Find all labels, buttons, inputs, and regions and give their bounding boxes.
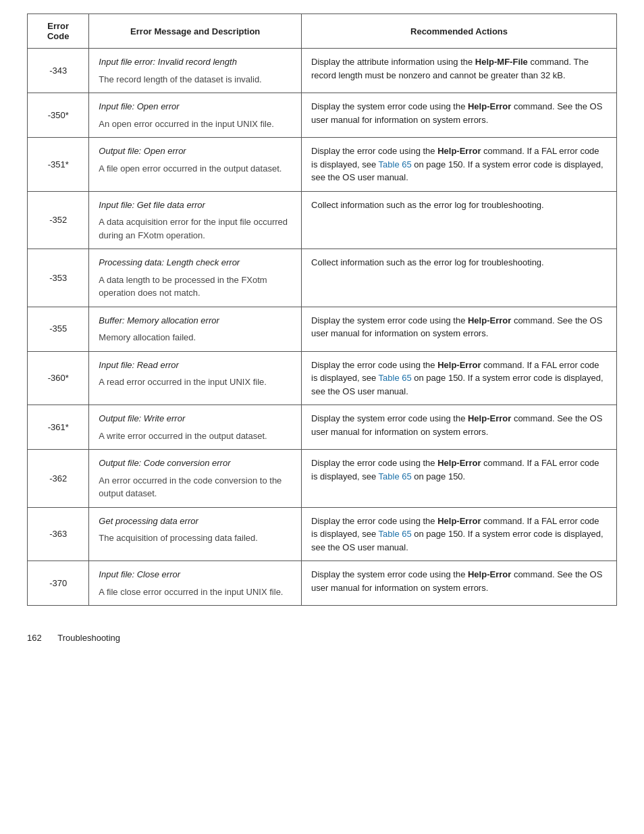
action-cell: Display the error code using the Help-Er… xyxy=(302,450,617,508)
description-cell: Output file: Write errorA write error oc… xyxy=(89,405,302,450)
row-title: Output file: Open error xyxy=(99,145,292,158)
header-error-code: Error Code xyxy=(28,14,89,49)
action-cell: Collect information such as the error lo… xyxy=(302,249,617,307)
action-cell: Display the error code using the Help-Er… xyxy=(302,351,617,405)
error-table: Error Code Error Message and Description… xyxy=(27,14,617,606)
row-body: An error occurred in the code conversion… xyxy=(99,474,292,500)
description-cell: Input file: Read errorA read error occur… xyxy=(89,351,302,405)
row-title: Output file: Code conversion error xyxy=(99,457,292,470)
row-title: Input file error: Invalid record length xyxy=(99,55,292,69)
error-code-cell: -352 xyxy=(28,191,89,249)
table-row: -370Input file: Close errorA file close … xyxy=(28,561,617,606)
row-body: A file close error occurred in the input… xyxy=(99,585,292,599)
table-row: -351*Output file: Open errorA file open … xyxy=(28,138,617,192)
row-body: A write error occurred in the output dat… xyxy=(99,429,292,443)
table-row: -363Get processing data errorThe acquisi… xyxy=(28,507,617,561)
row-title: Buffer: Memory allocation error xyxy=(99,314,292,328)
row-body: A data acquisition error for the input f… xyxy=(99,215,292,242)
error-code-cell: -360* xyxy=(28,351,89,405)
table-row: -362Output file: Code conversion errorAn… xyxy=(28,450,617,508)
row-body: A data length to be processed in the FXo… xyxy=(99,273,292,300)
footer: 162 Troubleshooting xyxy=(27,633,617,643)
table-link[interactable]: Table 65 xyxy=(379,159,412,170)
row-title: Input file: Read error xyxy=(99,359,292,372)
row-title: Input file: Close error xyxy=(99,568,292,581)
table-link[interactable]: Table 65 xyxy=(379,529,412,539)
error-code-cell: -351* xyxy=(28,138,89,192)
action-cell: Display the error code using the Help-Er… xyxy=(302,138,617,192)
description-cell: Buffer: Memory allocation errorMemory al… xyxy=(89,307,302,351)
description-cell: Input file: Get file data errorA data ac… xyxy=(89,191,302,249)
error-code-cell: -361* xyxy=(28,405,89,450)
error-code-cell: -355 xyxy=(28,307,89,351)
action-cell: Display the error code using the Help-Er… xyxy=(302,507,617,561)
table-row: -350*Input file: Open errorAn open error… xyxy=(28,93,617,138)
table-link[interactable]: Table 65 xyxy=(379,373,412,383)
action-cell: Display the system error code using the … xyxy=(302,561,617,606)
description-cell: Get processing data errorThe acquisition… xyxy=(89,507,302,561)
description-cell: Input file: Close errorA file close erro… xyxy=(89,561,302,606)
description-cell: Processing data: Length check errorA dat… xyxy=(89,249,302,307)
footer-section: Troubleshooting xyxy=(57,633,120,643)
table-row: -355Buffer: Memory allocation errorMemor… xyxy=(28,307,617,351)
row-title: Input file: Open error xyxy=(99,100,292,113)
error-code-cell: -353 xyxy=(28,249,89,307)
row-title: Input file: Get file data error xyxy=(99,199,292,212)
row-body: A file open error occurred in the output… xyxy=(99,162,292,176)
row-title: Get processing data error xyxy=(99,515,292,528)
description-cell: Input file error: Invalid record lengthT… xyxy=(89,49,302,93)
error-code-cell: -343 xyxy=(28,49,89,93)
action-cell: Display the attribute information using … xyxy=(302,49,617,93)
header-description: Error Message and Description xyxy=(89,14,302,49)
description-cell: Output file: Code conversion errorAn err… xyxy=(89,450,302,508)
description-cell: Input file: Open errorAn open error occu… xyxy=(89,93,302,138)
error-code-cell: -350* xyxy=(28,93,89,138)
action-cell: Display the system error code using the … xyxy=(302,405,617,450)
row-title: Output file: Write error xyxy=(99,412,292,425)
table-link[interactable]: Table 65 xyxy=(379,471,412,481)
row-body: A read error occurred in the input UNIX … xyxy=(99,375,292,389)
table-row: -361*Output file: Write errorA write err… xyxy=(28,405,617,450)
row-body: The acquisition of processing data faile… xyxy=(99,531,292,545)
action-cell: Display the system error code using the … xyxy=(302,93,617,138)
row-body: The record length of the dataset is inva… xyxy=(99,73,292,86)
action-cell: Display the system error code using the … xyxy=(302,307,617,351)
table-row: -352Input file: Get file data errorA dat… xyxy=(28,191,617,249)
header-actions: Recommended Actions xyxy=(302,14,617,49)
description-cell: Output file: Open errorA file open error… xyxy=(89,138,302,192)
error-code-cell: -362 xyxy=(28,450,89,508)
table-row: -343Input file error: Invalid record len… xyxy=(28,49,617,93)
table-row: -353Processing data: Length check errorA… xyxy=(28,249,617,307)
row-body: Memory allocation failed. xyxy=(99,331,292,344)
table-row: -360*Input file: Read errorA read error … xyxy=(28,351,617,405)
footer-page: 162 xyxy=(27,633,42,643)
error-code-cell: -363 xyxy=(28,507,89,561)
row-body: An open error occurred in the input UNIX… xyxy=(99,118,292,131)
error-code-cell: -370 xyxy=(28,561,89,606)
row-title: Processing data: Length check error xyxy=(99,256,292,269)
action-cell: Collect information such as the error lo… xyxy=(302,191,617,249)
